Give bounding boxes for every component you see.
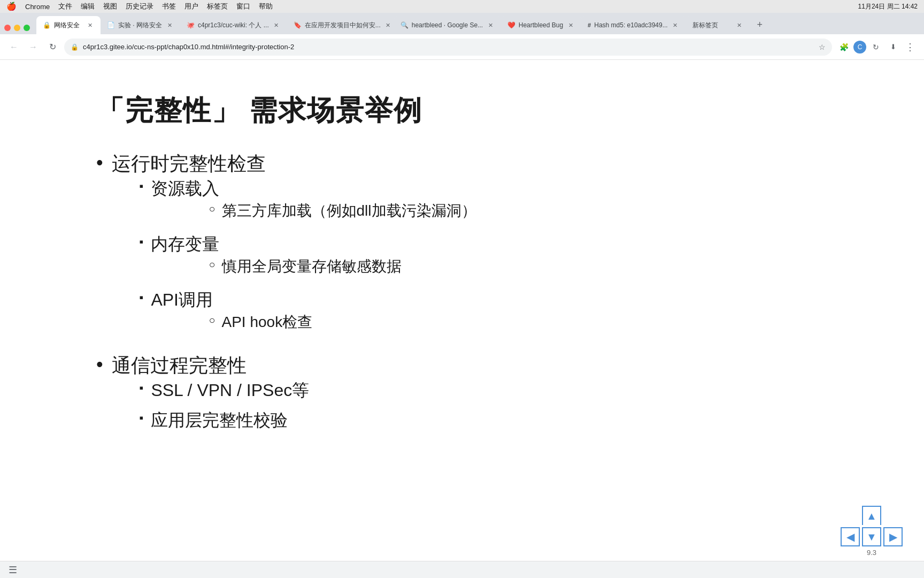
menu-view[interactable]: 视图 <box>103 2 117 11</box>
profile-icon[interactable]: C <box>853 41 866 54</box>
menu-chrome[interactable]: Chrome <box>25 3 50 11</box>
slide-nav-down[interactable]: ▼ <box>862 527 881 546</box>
tab-close-btn[interactable]: ✕ <box>165 21 174 29</box>
tab-close-btn[interactable]: ✕ <box>384 21 392 29</box>
menu-file[interactable]: 文件 <box>58 2 72 11</box>
lock-icon: 🔒 <box>71 43 79 51</box>
address-bar: ← → ↻ 🔒 c4pr1c3.gitee.io/cuc-ns-ppt/chap… <box>0 34 924 60</box>
menu-help[interactable]: 帮助 <box>259 2 273 11</box>
tab-favicon: 📄 <box>107 21 115 29</box>
apple-menu[interactable]: 🍎 <box>6 2 17 11</box>
bullet-l2-memory: 内存变量 慎用全局变量存储敏感数据 <box>140 233 828 282</box>
close-window-btn[interactable] <box>4 25 11 31</box>
tab-favicon: 🔖 <box>294 21 302 29</box>
bullet-l1-communication: 通信过程完整性 SSL / VPN / IPSec等 应用层完整性校验 <box>96 353 828 439</box>
tab-bar: 🔒 网络安全 ✕ 📄 实验 · 网络安全 ✕ 🐙 c4pr1c3/cuc-wik… <box>0 13 924 34</box>
slide-nav-up[interactable]: ▲ <box>862 506 881 525</box>
menu-window[interactable]: 窗口 <box>236 2 250 11</box>
tab-close-btn[interactable]: ✕ <box>671 21 680 29</box>
slide-count: 9.3 <box>867 549 876 557</box>
slide-nav-arrows: ▲ ◀ ▼ ▶ 9.3 <box>841 506 903 557</box>
slide-content: 「完整性」 需求场景举例 运行时完整性检查 资源载入 第三方库加载（例如dll加… <box>0 60 924 561</box>
bullet-l1-runtime: 运行时完整性检查 资源载入 第三方库加载（例如dll加载污染漏洞） 内存变量 <box>96 151 828 344</box>
extension-icon[interactable]: 🧩 <box>836 40 851 55</box>
back-button[interactable]: ← <box>6 40 21 55</box>
menu-history[interactable]: 历史记录 <box>126 2 153 11</box>
bullet-l1-runtime-text: 运行时完整性检查 <box>112 151 828 177</box>
sync-icon[interactable]: ↻ <box>868 40 883 55</box>
tab-heartbleed-bug[interactable]: ❤️ Heartbleed Bug ✕ <box>501 16 581 34</box>
forward-button[interactable]: → <box>26 40 41 55</box>
new-tab-button[interactable]: + <box>752 17 767 32</box>
tab-favicon: 🔒 <box>43 21 51 29</box>
tab-close-btn[interactable]: ✕ <box>735 21 744 29</box>
bullet-list: 运行时完整性检查 资源载入 第三方库加载（例如dll加载污染漏洞） 内存变量 <box>96 151 828 439</box>
bullet-l2-resource: 资源载入 第三方库加载（例如dll加载污染漏洞） <box>140 177 828 226</box>
bullet-l2-api: API调用 API hook检查 <box>140 288 828 338</box>
tab-favicon: 🐙 <box>187 21 195 29</box>
bookmark-icon[interactable]: ☆ <box>819 43 826 51</box>
tab-favicon: ❤️ <box>507 21 515 29</box>
tab-close-btn[interactable]: ✕ <box>272 21 281 29</box>
bullet-l3-thirdparty: 第三方库加载（例如dll加载污染漏洞） <box>209 201 828 221</box>
toolbar-right: 🧩 C ↻ ⬇ ⋮ <box>836 40 918 55</box>
tab-hash-md5[interactable]: # Hash md5: e10adc3949... ✕ <box>581 16 686 34</box>
more-menu-btn[interactable]: ⋮ <box>903 40 918 55</box>
slide-title: 「完整性」 需求场景举例 <box>96 92 828 130</box>
tab-close-btn[interactable]: ✕ <box>486 21 495 29</box>
minimize-window-btn[interactable] <box>14 25 20 31</box>
hamburger-menu[interactable]: ☰ <box>9 564 17 576</box>
tab-favicon: 🔍 <box>401 21 409 29</box>
menu-bookmarks[interactable]: 书签 <box>162 2 176 11</box>
download-icon[interactable]: ⬇ <box>886 40 900 55</box>
slide-nav-left[interactable]: ◀ <box>841 527 860 546</box>
tab-close-btn[interactable]: ✕ <box>86 21 94 29</box>
tab-close-btn[interactable]: ✕ <box>566 21 575 29</box>
bullet-l2-app-integrity: 应用层完整性校验 <box>140 409 828 432</box>
menu-user[interactable]: 用户 <box>184 2 198 11</box>
bullet-l3-api-hook: API hook检查 <box>209 312 828 332</box>
bullet-l1-comm-text: 通信过程完整性 <box>112 353 828 379</box>
macos-menubar: 🍎 Chrome 文件 编辑 视图 历史记录 书签 用户 标签页 窗口 帮助 1… <box>0 0 924 13</box>
tab-cuc-wiki[interactable]: 🐙 c4pr1c3/cuc-wiki: 个人 ... ✕ <box>180 16 287 34</box>
maximize-window-btn[interactable] <box>24 25 30 31</box>
bullet-l2-ssl: SSL / VPN / IPSec等 <box>140 379 828 402</box>
tab-heartbleed-google[interactable]: 🔍 heartbleed · Google Se... ✕ <box>394 16 501 34</box>
tab-favicon: # <box>588 22 591 28</box>
tab-wangluo-anquan[interactable]: 🔒 网络安全 ✕ <box>36 16 101 34</box>
bottom-bar: ☰ <box>0 561 924 578</box>
slide-nav-right[interactable]: ▶ <box>883 527 903 546</box>
tab-new-tab[interactable]: 新标签页 ✕ <box>686 16 750 34</box>
reload-button[interactable]: ↻ <box>45 40 60 55</box>
datetime-display: 11月24日 周二 14:42 <box>858 2 918 11</box>
menu-edit[interactable]: 编辑 <box>81 2 95 11</box>
tab-appdev[interactable]: 🔖 在应用开发项目中如何安... ✕ <box>287 16 394 34</box>
bullet-l3-global-var: 慎用全局变量存储敏感数据 <box>209 256 828 277</box>
url-display[interactable]: c4pr1c3.gitee.io/cuc-ns-ppt/chap0x10.md.… <box>83 43 814 51</box>
macos-right-icons: 11月24日 周二 14:42 <box>858 2 918 11</box>
address-input[interactable]: 🔒 c4pr1c3.gitee.io/cuc-ns-ppt/chap0x10.m… <box>64 39 832 56</box>
menu-tabs[interactable]: 标签页 <box>207 2 228 11</box>
tab-shiyan[interactable]: 📄 实验 · 网络安全 ✕ <box>101 16 180 34</box>
